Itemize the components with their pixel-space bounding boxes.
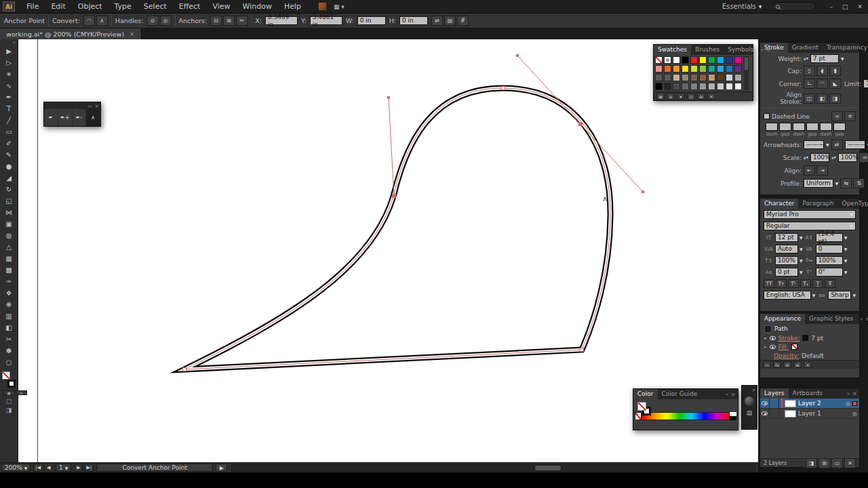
menu-window[interactable]: Window: [237, 0, 278, 14]
hide-handles-button[interactable]: ◎: [160, 16, 172, 26]
dash-field-2[interactable]: [793, 123, 805, 131]
layer-row-layer-2[interactable]: Layer 2◎: [760, 399, 859, 409]
duplicate-item-icon[interactable]: ⊞: [793, 361, 802, 368]
swatch[interactable]: [682, 74, 689, 81]
layer-name[interactable]: Layer 1: [798, 410, 850, 417]
status-display[interactable]: Convert Anchor Point: [96, 464, 213, 472]
layer-name[interactable]: Layer 2: [798, 400, 844, 407]
chevron-down-icon[interactable]: ▼: [841, 56, 844, 61]
align-stroke-inside-button[interactable]: ◧: [816, 94, 828, 104]
close-document-icon[interactable]: ×: [130, 30, 135, 37]
stroke-swatch[interactable]: [802, 335, 808, 341]
strikethrough-button[interactable]: T̶: [825, 279, 835, 288]
arrow-scale-y-input[interactable]: 100%: [838, 153, 857, 162]
swatch[interactable]: [673, 74, 680, 81]
fill-swatch[interactable]: [791, 344, 797, 350]
cut-path-button[interactable]: ✂: [236, 16, 248, 26]
document-setup-icon[interactable]: #: [457, 16, 469, 26]
swatch[interactable]: [708, 65, 715, 73]
panel-collapse-icon[interactable]: «: [860, 317, 863, 322]
w-input[interactable]: 0 in: [357, 16, 386, 25]
swatch[interactable]: [673, 65, 680, 73]
first-artboard-button[interactable]: |◀: [33, 464, 43, 472]
add-anchor-point-tool[interactable]: ✒+: [58, 109, 73, 126]
swatch[interactable]: [717, 83, 724, 90]
swatch[interactable]: [717, 65, 724, 73]
tab-symbols[interactable]: Symbols: [724, 45, 757, 55]
rectangle-tool[interactable]: ▭: [2, 126, 16, 138]
layer-target-icon[interactable]: ◎: [846, 401, 850, 407]
language-select[interactable]: English: USA: [764, 291, 811, 300]
width-tool[interactable]: ⋈: [2, 207, 16, 218]
lasso-tool[interactable]: ∿: [2, 80, 16, 92]
tab-paragraph[interactable]: Paragraph: [798, 199, 837, 209]
collapsed-panel-navigator-icon[interactable]: [745, 396, 754, 406]
underline-button[interactable]: T̲: [812, 279, 823, 288]
swatch[interactable]: [673, 56, 680, 64]
layer-visibility-toggle[interactable]: [760, 399, 770, 408]
tab-swatches[interactable]: Swatches: [654, 45, 691, 55]
menu-object[interactable]: Object: [72, 0, 108, 14]
arrange-documents-icon[interactable]: ▦ ▾: [334, 3, 344, 10]
color-group-folder[interactable]: [664, 74, 671, 81]
swap-arrowheads-icon[interactable]: ⇄: [831, 140, 843, 150]
dash-field-0[interactable]: [766, 123, 778, 131]
tracking-input[interactable]: 0: [816, 245, 843, 253]
swatch[interactable]: [726, 83, 733, 90]
color-group-folder[interactable]: [655, 74, 663, 81]
make-clipping-mask-icon[interactable]: ◨: [806, 458, 817, 468]
delete-swatch-icon[interactable]: ✕: [707, 93, 715, 100]
bridge-icon[interactable]: [318, 2, 327, 11]
tab-appearance[interactable]: Appearance: [760, 314, 805, 324]
search-input[interactable]: [772, 2, 816, 11]
panel-collapse-icon[interactable]: «: [847, 391, 850, 396]
tab-color-guide[interactable]: Color Guide: [658, 389, 702, 399]
panel-collapse-icon[interactable]: «: [726, 392, 728, 397]
flip-along-button[interactable]: ⇆: [840, 178, 852, 188]
align-stroke-center-button[interactable]: ◫: [804, 94, 815, 104]
tab-gradient[interactable]: Gradient: [788, 43, 823, 53]
hand-tool[interactable]: ✽: [2, 345, 16, 357]
app-logo[interactable]: Ai: [3, 1, 15, 12]
symbol-sprayer-tool[interactable]: ❋: [2, 299, 16, 310]
screen-mode-icon[interactable]: ◨: [6, 407, 12, 413]
fill-color-swatch[interactable]: [2, 371, 10, 380]
arrow-end-align-button[interactable]: ⇥: [816, 165, 828, 176]
delete-item-icon[interactable]: ✕: [804, 361, 812, 368]
tab-graphic-styles[interactable]: Graphic Styles: [805, 314, 857, 324]
eyedropper-tool[interactable]: ✑: [2, 276, 16, 287]
round-cap-button[interactable]: ◖: [816, 66, 828, 76]
swatch[interactable]: [726, 74, 733, 81]
tearoff-titlebar[interactable]: ««✕: [44, 102, 100, 109]
arrow-tip-align-button[interactable]: ⇤: [804, 165, 815, 176]
swatch[interactable]: [699, 65, 707, 73]
appearance-opacity-row[interactable]: Opacity: Default: [760, 351, 859, 360]
x-input[interactable]: 8.3469 in: [265, 16, 298, 25]
font-family-select[interactable]: Myriad Pro▼: [764, 210, 856, 219]
swatch-registration[interactable]: ⊕: [664, 56, 671, 64]
round-join-button[interactable]: ◠: [816, 79, 828, 89]
horizontal-scrollbar[interactable]: [231, 464, 755, 472]
last-artboard-button[interactable]: ▶|: [84, 464, 94, 472]
none-button[interactable]: ⊘: [16, 390, 27, 395]
horizontal-scale-input[interactable]: 100%: [816, 256, 843, 265]
swatch[interactable]: [726, 65, 733, 73]
tab-character[interactable]: Character: [760, 199, 798, 209]
swatch[interactable]: [664, 83, 671, 90]
link-scales-icon[interactable]: ∞: [859, 152, 868, 163]
tab-transparency[interactable]: Transparency: [823, 43, 868, 53]
font-size-input[interactable]: 12 pt: [775, 233, 798, 242]
flip-across-button[interactable]: ⇅: [853, 178, 865, 188]
layer-lock-toggle[interactable]: [772, 409, 779, 418]
dash-field-4[interactable]: [820, 123, 832, 131]
align-stroke-outside-button[interactable]: ◨: [829, 94, 841, 104]
swatch[interactable]: [734, 65, 742, 73]
artboard-tool[interactable]: ◧: [2, 322, 16, 333]
vertical-scale-input[interactable]: 100%: [775, 256, 798, 265]
swatch[interactable]: [664, 65, 671, 73]
swatch[interactable]: [690, 56, 698, 64]
swatch[interactable]: [690, 65, 698, 73]
projecting-cap-button[interactable]: ▮: [829, 66, 841, 76]
preserve-dash-button[interactable]: ≍: [831, 111, 843, 121]
convert-to-smooth-button[interactable]: ◠: [83, 16, 95, 26]
